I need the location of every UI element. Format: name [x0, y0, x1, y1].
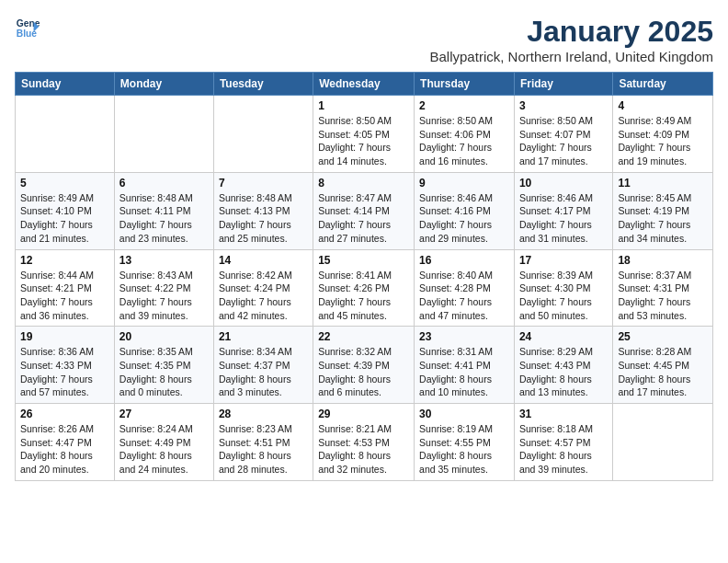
day-info: Sunrise: 8:50 AM Sunset: 4:05 PM Dayligh…	[318, 114, 409, 168]
day-number: 27	[119, 408, 209, 420]
day-info: Sunrise: 8:37 AM Sunset: 4:31 PM Dayligh…	[618, 269, 708, 323]
logo: General Blue	[15, 15, 40, 40]
calendar-cell: 7Sunrise: 8:48 AM Sunset: 4:13 PM Daylig…	[213, 172, 313, 249]
day-info: Sunrise: 8:50 AM Sunset: 4:07 PM Dayligh…	[519, 114, 608, 168]
day-number: 30	[419, 408, 509, 420]
day-info: Sunrise: 8:31 AM Sunset: 4:41 PM Dayligh…	[419, 345, 509, 399]
day-number: 9	[419, 177, 509, 190]
calendar-cell: 29Sunrise: 8:21 AM Sunset: 4:53 PM Dayli…	[313, 404, 415, 481]
day-number: 19	[20, 330, 109, 343]
day-number: 7	[219, 177, 308, 190]
calendar-cell: 24Sunrise: 8:29 AM Sunset: 4:43 PM Dayli…	[514, 327, 612, 404]
day-number: 5	[20, 177, 109, 190]
day-info: Sunrise: 8:39 AM Sunset: 4:30 PM Dayligh…	[519, 269, 608, 323]
calendar-table: SundayMondayTuesdayWednesdayThursdayFrid…	[15, 72, 713, 481]
calendar-cell: 26Sunrise: 8:26 AM Sunset: 4:47 PM Dayli…	[16, 404, 115, 481]
day-info: Sunrise: 8:44 AM Sunset: 4:21 PM Dayligh…	[20, 269, 109, 323]
calendar-cell	[114, 96, 213, 173]
calendar-cell	[213, 96, 313, 173]
calendar-cell: 20Sunrise: 8:35 AM Sunset: 4:35 PM Dayli…	[114, 327, 213, 404]
weekday-header: SundayMondayTuesdayWednesdayThursdayFrid…	[16, 73, 713, 96]
calendar-cell: 19Sunrise: 8:36 AM Sunset: 4:33 PM Dayli…	[16, 327, 115, 404]
calendar-cell: 8Sunrise: 8:47 AM Sunset: 4:14 PM Daylig…	[313, 172, 415, 249]
calendar-cell: 16Sunrise: 8:40 AM Sunset: 4:28 PM Dayli…	[415, 249, 515, 327]
day-info: Sunrise: 8:32 AM Sunset: 4:39 PM Dayligh…	[318, 345, 409, 399]
day-number: 14	[219, 254, 308, 267]
day-number: 13	[119, 254, 209, 267]
calendar-cell: 25Sunrise: 8:28 AM Sunset: 4:45 PM Dayli…	[613, 327, 713, 404]
weekday-header-cell: Tuesday	[213, 73, 313, 96]
day-info: Sunrise: 8:47 AM Sunset: 4:14 PM Dayligh…	[318, 191, 409, 246]
calendar-cell: 3Sunrise: 8:50 AM Sunset: 4:07 PM Daylig…	[514, 96, 612, 173]
day-number: 16	[419, 254, 509, 267]
calendar-cell: 2Sunrise: 8:50 AM Sunset: 4:06 PM Daylig…	[415, 96, 515, 173]
day-number: 20	[119, 330, 209, 343]
day-info: Sunrise: 8:40 AM Sunset: 4:28 PM Dayligh…	[419, 269, 509, 323]
calendar-cell: 5Sunrise: 8:49 AM Sunset: 4:10 PM Daylig…	[16, 172, 115, 249]
calendar-cell: 9Sunrise: 8:46 AM Sunset: 4:16 PM Daylig…	[415, 172, 515, 249]
day-info: Sunrise: 8:50 AM Sunset: 4:06 PM Dayligh…	[419, 114, 509, 168]
weekday-header-cell: Monday	[114, 73, 213, 96]
day-number: 24	[519, 330, 608, 343]
calendar-week-row: 26Sunrise: 8:26 AM Sunset: 4:47 PM Dayli…	[16, 404, 713, 481]
calendar-cell: 27Sunrise: 8:24 AM Sunset: 4:49 PM Dayli…	[114, 404, 213, 481]
day-number: 28	[219, 408, 308, 420]
calendar-week-row: 5Sunrise: 8:49 AM Sunset: 4:10 PM Daylig…	[16, 172, 713, 249]
calendar-cell: 31Sunrise: 8:18 AM Sunset: 4:57 PM Dayli…	[514, 404, 612, 481]
calendar-cell: 4Sunrise: 8:49 AM Sunset: 4:09 PM Daylig…	[613, 96, 713, 173]
day-number: 22	[318, 330, 409, 343]
calendar-cell: 22Sunrise: 8:32 AM Sunset: 4:39 PM Dayli…	[313, 327, 415, 404]
day-info: Sunrise: 8:43 AM Sunset: 4:22 PM Dayligh…	[119, 269, 209, 323]
calendar-cell: 6Sunrise: 8:48 AM Sunset: 4:11 PM Daylig…	[114, 172, 213, 249]
day-number: 18	[618, 254, 708, 267]
day-number: 11	[618, 177, 708, 190]
day-number: 12	[20, 254, 109, 267]
day-number: 17	[519, 254, 608, 267]
calendar-cell: 28Sunrise: 8:23 AM Sunset: 4:51 PM Dayli…	[213, 404, 313, 481]
day-number: 4	[618, 99, 708, 112]
calendar-cell: 23Sunrise: 8:31 AM Sunset: 4:41 PM Dayli…	[415, 327, 515, 404]
calendar-cell: 12Sunrise: 8:44 AM Sunset: 4:21 PM Dayli…	[16, 249, 115, 327]
calendar-body: 1Sunrise: 8:50 AM Sunset: 4:05 PM Daylig…	[16, 96, 713, 481]
calendar-cell: 1Sunrise: 8:50 AM Sunset: 4:05 PM Daylig…	[313, 96, 415, 173]
day-info: Sunrise: 8:24 AM Sunset: 4:49 PM Dayligh…	[119, 422, 209, 477]
day-number: 3	[519, 99, 608, 112]
day-number: 31	[519, 408, 608, 420]
day-info: Sunrise: 8:23 AM Sunset: 4:51 PM Dayligh…	[219, 422, 308, 477]
weekday-header-cell: Sunday	[16, 73, 115, 96]
day-info: Sunrise: 8:49 AM Sunset: 4:10 PM Dayligh…	[20, 191, 109, 246]
calendar-week-row: 12Sunrise: 8:44 AM Sunset: 4:21 PM Dayli…	[16, 249, 713, 327]
day-number: 26	[20, 408, 109, 420]
day-number: 29	[318, 408, 409, 420]
calendar-cell	[613, 404, 713, 481]
day-info: Sunrise: 8:36 AM Sunset: 4:33 PM Dayligh…	[20, 345, 109, 399]
day-info: Sunrise: 8:46 AM Sunset: 4:16 PM Dayligh…	[419, 191, 509, 246]
calendar-cell: 14Sunrise: 8:42 AM Sunset: 4:24 PM Dayli…	[213, 249, 313, 327]
day-info: Sunrise: 8:19 AM Sunset: 4:55 PM Dayligh…	[419, 422, 509, 477]
day-number: 15	[318, 254, 409, 267]
header: General Blue January 2025 Ballypatrick, …	[15, 15, 713, 64]
calendar-cell: 21Sunrise: 8:34 AM Sunset: 4:37 PM Dayli…	[213, 327, 313, 404]
day-info: Sunrise: 8:26 AM Sunset: 4:47 PM Dayligh…	[20, 422, 109, 477]
day-info: Sunrise: 8:42 AM Sunset: 4:24 PM Dayligh…	[219, 269, 308, 323]
day-info: Sunrise: 8:48 AM Sunset: 4:13 PM Dayligh…	[219, 191, 308, 246]
day-info: Sunrise: 8:18 AM Sunset: 4:57 PM Dayligh…	[519, 422, 608, 477]
day-info: Sunrise: 8:21 AM Sunset: 4:53 PM Dayligh…	[318, 422, 409, 477]
day-info: Sunrise: 8:35 AM Sunset: 4:35 PM Dayligh…	[119, 345, 209, 399]
location-title: Ballypatrick, Northern Ireland, United K…	[430, 49, 713, 64]
day-number: 2	[419, 99, 509, 112]
logo-icon: General Blue	[15, 15, 40, 40]
day-info: Sunrise: 8:28 AM Sunset: 4:45 PM Dayligh…	[618, 345, 708, 399]
calendar-cell: 13Sunrise: 8:43 AM Sunset: 4:22 PM Dayli…	[114, 249, 213, 327]
calendar-cell: 15Sunrise: 8:41 AM Sunset: 4:26 PM Dayli…	[313, 249, 415, 327]
calendar-cell	[16, 96, 115, 173]
day-info: Sunrise: 8:34 AM Sunset: 4:37 PM Dayligh…	[219, 345, 308, 399]
day-number: 10	[519, 177, 608, 190]
day-number: 23	[419, 330, 509, 343]
calendar-week-row: 1Sunrise: 8:50 AM Sunset: 4:05 PM Daylig…	[16, 96, 713, 173]
day-info: Sunrise: 8:48 AM Sunset: 4:11 PM Dayligh…	[119, 191, 209, 246]
weekday-header-cell: Wednesday	[313, 73, 415, 96]
calendar-cell: 11Sunrise: 8:45 AM Sunset: 4:19 PM Dayli…	[613, 172, 713, 249]
weekday-header-cell: Thursday	[415, 73, 515, 96]
day-info: Sunrise: 8:41 AM Sunset: 4:26 PM Dayligh…	[318, 269, 409, 323]
